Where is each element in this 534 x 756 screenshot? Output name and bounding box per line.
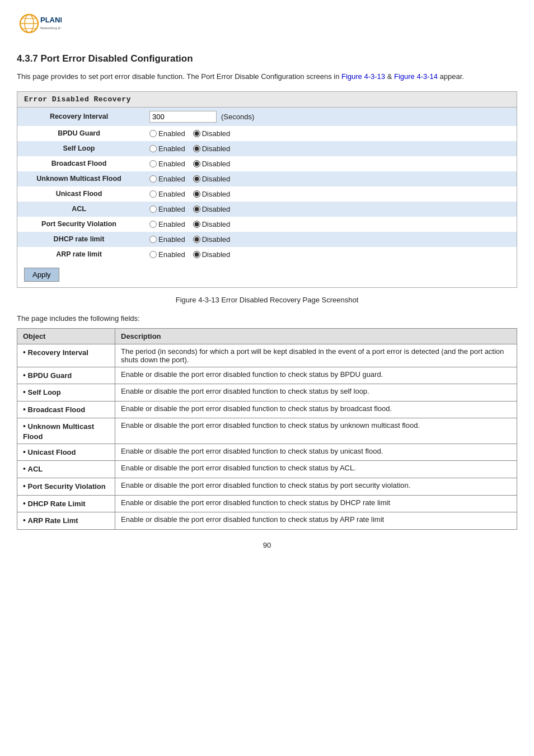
figure-link-2[interactable]: Figure 4-3-14 — [394, 72, 438, 81]
radio-disabled[interactable] — [193, 160, 200, 167]
radio-label-enabled[interactable]: Enabled — [149, 205, 185, 213]
radio-disabled[interactable] — [193, 130, 200, 137]
config-row: Unknown Multicast FloodEnabledDisabled — [17, 171, 517, 186]
config-row-label: Unicast Flood — [17, 186, 140, 202]
radio-label-enabled[interactable]: Enabled — [149, 220, 185, 228]
config-row-value[interactable]: EnabledDisabled — [140, 186, 517, 202]
desc-object: • Port Security Violation — [17, 478, 115, 496]
config-row-label: Unknown Multicast Flood — [17, 171, 140, 186]
desc-description: Enable or disable the port error disable… — [115, 418, 517, 444]
config-row-value[interactable]: EnabledDisabled — [140, 156, 517, 171]
config-row-label: Broadcast Flood — [17, 156, 140, 171]
radio-label-enabled[interactable]: Enabled — [149, 250, 185, 259]
svg-text:PLANET: PLANET — [40, 16, 62, 24]
desc-description: Enable or disable the port error disable… — [115, 367, 517, 384]
radio-enabled[interactable] — [149, 221, 157, 228]
section-heading: 4.3.7 Port Error Disabled Configuration — [17, 53, 517, 64]
config-row-value[interactable]: EnabledDisabled — [140, 126, 517, 141]
radio-label-disabled[interactable]: Disabled — [193, 235, 231, 244]
radio-label-disabled[interactable]: Disabled — [193, 175, 231, 183]
desc-row: • ARP Rate LimtEnable or disable the por… — [17, 512, 517, 530]
apply-button[interactable]: Apply — [24, 268, 59, 282]
radio-disabled[interactable] — [193, 206, 200, 213]
config-row-label: Recovery Interval — [17, 108, 140, 126]
radio-group: EnabledDisabled — [149, 250, 510, 259]
config-row-value[interactable]: EnabledDisabled — [140, 202, 517, 217]
desc-description: Enable or disable the port error disable… — [115, 461, 517, 478]
radio-disabled[interactable] — [193, 251, 200, 258]
desc-row: • Broadcast FloodEnable or disable the p… — [17, 401, 517, 418]
recovery-interval-input[interactable] — [149, 111, 217, 123]
radio-label-enabled[interactable]: Enabled — [149, 235, 185, 244]
radio-label-disabled[interactable]: Disabled — [193, 144, 231, 153]
radio-label-disabled[interactable]: Disabled — [193, 160, 231, 168]
desc-object: • ACL — [17, 461, 115, 478]
radio-group: EnabledDisabled — [149, 144, 510, 153]
desc-description: Enable or disable the port error disable… — [115, 444, 517, 461]
config-row-value[interactable]: EnabledDisabled — [140, 232, 517, 247]
error-disabled-recovery-panel: Error Disabled Recovery Recovery Interva… — [17, 91, 517, 288]
logo-area: PLANET Networking & Communication — [17, 11, 517, 42]
radio-enabled[interactable] — [149, 190, 157, 198]
col-description: Description — [115, 328, 517, 344]
config-row: Self LoopEnabledDisabled — [17, 141, 517, 156]
radio-label-disabled[interactable]: Disabled — [193, 190, 231, 198]
radio-enabled[interactable] — [149, 236, 157, 243]
radio-disabled[interactable] — [193, 190, 200, 198]
config-row-value: (Seconds) — [140, 108, 517, 126]
config-row-value[interactable]: EnabledDisabled — [140, 217, 517, 232]
config-row: Port Security ViolationEnabledDisabled — [17, 217, 517, 232]
radio-enabled[interactable] — [149, 130, 157, 137]
radio-group: EnabledDisabled — [149, 220, 510, 228]
apply-area: Apply — [17, 262, 517, 287]
radio-label-enabled[interactable]: Enabled — [149, 160, 185, 168]
config-row-label: ARP rate limit — [17, 247, 140, 262]
radio-label-enabled[interactable]: Enabled — [149, 144, 185, 153]
config-row: DHCP rate limitEnabledDisabled — [17, 232, 517, 247]
radio-disabled[interactable] — [193, 236, 200, 243]
radio-enabled[interactable] — [149, 251, 157, 258]
radio-label-enabled[interactable]: Enabled — [149, 175, 185, 183]
desc-description: Enable or disable the port error disable… — [115, 495, 517, 512]
desc-object: • Self Loop — [17, 384, 115, 402]
desc-row: • Self LoopEnable or disable the port er… — [17, 384, 517, 402]
config-row: ARP rate limitEnabledDisabled — [17, 247, 517, 262]
panel-title: Error Disabled Recovery — [17, 92, 517, 108]
radio-disabled[interactable] — [193, 175, 200, 183]
desc-object: • ARP Rate Limt — [17, 512, 115, 530]
desc-row: • Recovery IntervalThe period (in second… — [17, 344, 517, 367]
config-row-value[interactable]: EnabledDisabled — [140, 171, 517, 186]
radio-enabled[interactable] — [149, 160, 157, 167]
radio-label-disabled[interactable]: Disabled — [193, 220, 231, 228]
desc-description: Enable or disable the port error disable… — [115, 401, 517, 418]
config-row-value[interactable]: EnabledDisabled — [140, 141, 517, 156]
radio-group: EnabledDisabled — [149, 160, 510, 168]
radio-label-enabled[interactable]: Enabled — [149, 190, 185, 198]
desc-object: • Unknown Multicast Flood — [17, 418, 115, 444]
radio-label-disabled[interactable]: Disabled — [193, 250, 231, 259]
description-table: Object Description • Recovery IntervalTh… — [17, 328, 517, 530]
config-row: ACLEnabledDisabled — [17, 202, 517, 217]
desc-description: Enable or disable the port error disable… — [115, 478, 517, 496]
radio-label-disabled[interactable]: Disabled — [193, 205, 231, 213]
figure-link-1[interactable]: Figure 4-3-13 — [341, 72, 385, 81]
config-row-value[interactable]: EnabledDisabled — [140, 247, 517, 262]
radio-group: EnabledDisabled — [149, 175, 510, 183]
figure-caption: Figure 4-3-13 Error Disabled Recovery Pa… — [17, 296, 517, 304]
radio-label-enabled[interactable]: Enabled — [149, 129, 185, 138]
planet-logo: PLANET Networking & Communication — [17, 11, 62, 42]
radio-enabled[interactable] — [149, 175, 157, 183]
field-intro: The page includes the following fields: — [17, 314, 517, 323]
desc-object: • Recovery Interval — [17, 344, 115, 367]
radio-label-disabled[interactable]: Disabled — [193, 129, 231, 138]
desc-object: • DHCP Rate Limit — [17, 495, 115, 512]
radio-disabled[interactable] — [193, 145, 200, 152]
desc-row: • Port Security ViolationEnable or disab… — [17, 478, 517, 496]
radio-enabled[interactable] — [149, 145, 157, 152]
desc-row: • ACLEnable or disable the port error di… — [17, 461, 517, 478]
radio-enabled[interactable] — [149, 206, 157, 213]
config-row-label: Self Loop — [17, 141, 140, 156]
radio-disabled[interactable] — [193, 221, 200, 228]
desc-object: • Unicast Flood — [17, 444, 115, 461]
svg-text:Networking & Communication: Networking & Communication — [40, 26, 62, 30]
